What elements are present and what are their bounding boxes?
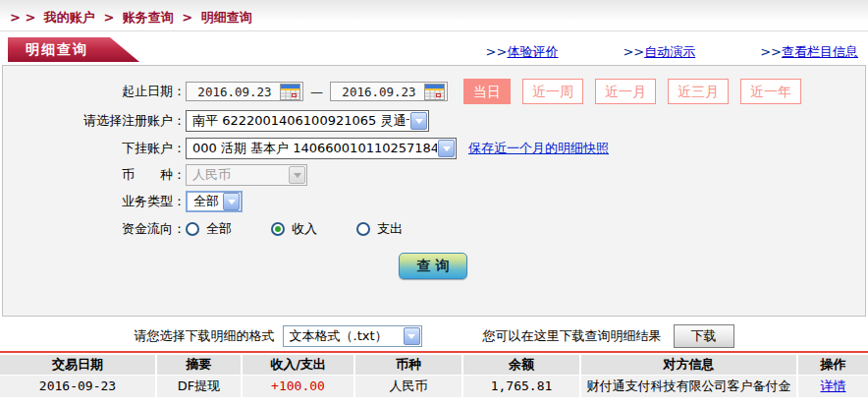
header-links: >>体验评价 >>自动演示 >>查看栏目信息 <box>486 43 858 61</box>
quick-range-year-button[interactable]: 近一年 <box>740 79 801 104</box>
date-range-separator: — <box>310 85 323 99</box>
result-table: 交易日期 摘要 收入/支出 币种 余额 对方信息 操作 2016-09-23 D… <box>0 355 868 397</box>
end-date-input[interactable]: 2016.09.23 <box>330 82 448 101</box>
table-header-row: 交易日期 摘要 收入/支出 币种 余额 对方信息 操作 <box>0 355 868 375</box>
start-date-value: 2016.09.23 <box>192 85 277 99</box>
link-label: 查看栏目信息 <box>782 44 858 59</box>
download-button[interactable]: 下载 <box>674 324 734 348</box>
download-hint: 您可以在这里下载查询明细结果 <box>483 327 662 345</box>
end-date-value: 2016.09.23 <box>337 85 421 99</box>
fund-flow-label: 资金流向： <box>3 220 186 238</box>
cell-currency: 人民币 <box>355 376 463 397</box>
register-account-value: 南平 6222001406100921065 灵通卡 <box>187 112 409 130</box>
cell-balance: 1,765.81 <box>463 376 581 397</box>
register-account-select[interactable]: 南平 6222001406100921065 灵通卡 <box>186 110 429 132</box>
breadcrumb-item-detail-query[interactable]: 明细查询 <box>201 10 252 25</box>
breadcrumb-item-account-query[interactable]: 账务查询 <box>123 10 174 25</box>
fund-flow-radio-group: 全部 收入 支出 <box>186 220 442 238</box>
col-header-counterparty: 对方信息 <box>581 355 798 375</box>
chevron-down-icon <box>289 166 305 184</box>
link-prefix: >> <box>486 44 508 59</box>
quick-range-month-button[interactable]: 近一月 <box>595 79 656 104</box>
detail-query-page: > > 我的账户 > 账务查询 > 明细查询 明细查询 >>体验评价 >>自动演… <box>0 0 868 407</box>
radio-icon <box>356 222 370 236</box>
register-account-row: 请选择注册账户： 南平 6222001406100921065 灵通卡 <box>3 110 865 132</box>
link-label: 自动演示 <box>644 44 695 59</box>
cell-counterparty: 财付通支付科技有限公司客户备付金 <box>581 376 798 397</box>
radio-label: 全部 <box>206 220 232 238</box>
business-type-value: 全部 <box>188 193 222 210</box>
fund-flow-row: 资金流向： 全部 收入 支出 <box>3 220 865 238</box>
radio-icon <box>186 222 199 236</box>
breadcrumb-separator: > <box>182 10 192 25</box>
chevron-down-icon[interactable] <box>404 327 420 345</box>
query-form-panel: 起止日期： 2016.09.23 — 2016.09.23 <box>2 65 866 317</box>
sub-account-label: 下挂账户： <box>3 140 186 157</box>
download-format-value: 文本格式（.txt） <box>284 327 403 345</box>
col-header-amount: 收入/支出 <box>243 355 355 375</box>
calendar-icon[interactable] <box>280 84 300 100</box>
link-label: 体验评价 <box>507 44 558 59</box>
quick-range-today-button[interactable]: 当日 <box>463 79 511 104</box>
fund-flow-income-radio[interactable]: 收入 <box>271 220 317 238</box>
query-button[interactable]: 查 询 <box>399 253 467 279</box>
currency-select: 人民币 <box>186 164 307 186</box>
currency-row: 币 种： 人民币 <box>3 164 865 186</box>
breadcrumb-prefix: > > <box>10 10 35 25</box>
cell-date: 2016-09-23 <box>0 376 157 397</box>
currency-label: 币 种： <box>3 166 186 184</box>
quick-range-week-button[interactable]: 近一周 <box>522 79 583 104</box>
download-format-label: 请您选择下载明细的格式 <box>135 327 275 345</box>
start-date-input[interactable]: 2016.09.23 <box>186 82 303 101</box>
link-view-column-info[interactable]: >>查看栏目信息 <box>760 43 858 61</box>
col-header-date: 交易日期 <box>0 355 157 375</box>
download-format-select[interactable]: 文本格式（.txt） <box>283 325 422 347</box>
currency-value: 人民币 <box>187 166 288 184</box>
date-range-label: 起止日期： <box>3 83 186 100</box>
sub-account-row: 下挂账户： 000 活期 基本户 1406600101102571848 保存近… <box>3 138 865 159</box>
link-experience-feedback[interactable]: >>体验评价 <box>486 43 559 61</box>
radio-checked-icon <box>271 222 285 236</box>
fund-flow-all-radio[interactable]: 全部 <box>186 220 232 238</box>
link-auto-demo[interactable]: >>自动演示 <box>623 43 695 61</box>
save-snapshot-link[interactable]: 保存近一个月的明细快照 <box>468 140 609 157</box>
table-row: 2016-09-23 DF提现 +100.00 人民币 1,765.81 财付通… <box>0 375 868 397</box>
breadcrumb-item-my-account[interactable]: 我的账户 <box>44 10 95 25</box>
fund-flow-expense-radio[interactable]: 支出 <box>356 220 403 238</box>
breadcrumb-divider <box>0 30 868 31</box>
chevron-down-icon[interactable] <box>410 112 427 130</box>
col-header-action: 操作 <box>798 355 868 375</box>
tab-detail-query[interactable]: 明细查询 <box>8 37 139 62</box>
col-header-summary: 摘要 <box>157 355 243 375</box>
link-prefix: >> <box>623 44 644 59</box>
detail-link[interactable]: 详情 <box>821 378 846 393</box>
chevron-down-icon[interactable] <box>438 140 455 157</box>
col-header-balance: 余额 <box>463 355 581 375</box>
radio-label: 收入 <box>292 220 317 238</box>
download-row: 请您选择下载明细的格式 文本格式（.txt） 您可以在这里下载查询明细结果 下载 <box>0 324 868 348</box>
business-type-label: 业务类型： <box>3 193 186 210</box>
table-top-divider <box>0 351 868 353</box>
radio-label: 支出 <box>377 220 403 238</box>
sub-account-value: 000 活期 基本户 1406600101102571848 <box>187 140 437 157</box>
calendar-icon[interactable] <box>424 84 445 100</box>
link-prefix: >> <box>760 44 782 59</box>
chevron-down-icon[interactable] <box>223 193 240 210</box>
business-type-select[interactable]: 全部 <box>186 191 243 212</box>
col-header-currency: 币种 <box>355 355 463 375</box>
breadcrumb: > > 我的账户 > 账务查询 > 明细查询 <box>10 9 256 27</box>
business-type-row: 业务类型： 全部 <box>3 191 865 212</box>
breadcrumb-separator: > <box>103 10 114 25</box>
cell-action: 详情 <box>798 376 868 397</box>
sub-account-select[interactable]: 000 活期 基本户 1406600101102571848 <box>186 138 457 159</box>
cell-amount: +100.00 <box>243 376 355 397</box>
date-range-row: 起止日期： 2016.09.23 — 2016.09.23 <box>3 79 865 104</box>
quick-range-3months-button[interactable]: 近三月 <box>668 79 729 104</box>
register-account-label: 请选择注册账户： <box>3 112 186 130</box>
cell-summary: DF提现 <box>157 376 243 397</box>
